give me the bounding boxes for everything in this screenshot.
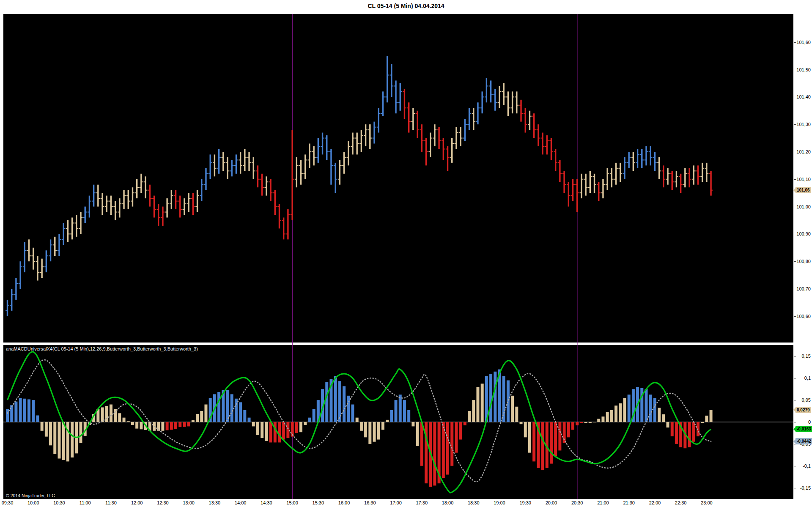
price-axis-label: 101,60 xyxy=(796,40,811,45)
time-axis-label: 13:30 xyxy=(204,500,225,505)
price-axis[interactable]: 101,60101,50101,40101,30101,20101,10101,… xyxy=(794,0,812,500)
badge-arrow-icon xyxy=(793,408,796,412)
time-axis-label: 09:30 xyxy=(0,500,18,505)
time-axis[interactable]: 09:3010:0010:3011:0011:3012:0012:3013:00… xyxy=(0,500,812,507)
time-axis-label: 17:00 xyxy=(386,500,406,505)
time-axis-label: 20:00 xyxy=(541,500,561,505)
price-axis-label: 100,60 xyxy=(796,314,811,319)
axis-tick xyxy=(794,316,796,317)
axis-tick xyxy=(794,422,796,422)
axis-tick xyxy=(794,466,796,466)
macd-panel[interactable]: anaMACDUniversalX4(CL 05-14 (5 Min),12,2… xyxy=(3,345,793,499)
price-axis-label: 101,50 xyxy=(796,67,811,72)
price-axis-label: 100,90 xyxy=(796,231,811,236)
axis-tick xyxy=(794,124,796,125)
chart-title: CL 05-14 (5 Min) 04.04.2014 xyxy=(368,3,444,9)
axis-tick xyxy=(794,97,796,97)
time-axis-label: 10:00 xyxy=(23,500,44,505)
time-axis-label: 13:00 xyxy=(178,500,199,505)
time-axis-label: 19:30 xyxy=(515,500,535,505)
time-axis-label: 23:00 xyxy=(697,500,717,505)
price-axis-label: 101,20 xyxy=(796,149,811,154)
axis-tick xyxy=(794,179,796,180)
axis-tick xyxy=(794,289,796,289)
last-price-badge: 101,06 xyxy=(796,187,811,193)
macd-hist-badge: 0,0279 xyxy=(796,407,811,413)
axis-tick xyxy=(794,152,796,152)
price-panel[interactable] xyxy=(3,14,793,343)
macd-axis-label: 0,05 xyxy=(802,397,811,403)
price-axis-label: 101,10 xyxy=(796,177,811,182)
time-axis-label: 12:00 xyxy=(127,500,147,505)
price-axis-label: 100,80 xyxy=(796,259,811,264)
macd-axis-label: 0,1 xyxy=(804,375,811,381)
macd-signal-badge: -0,0442 xyxy=(796,438,812,444)
axis-tick xyxy=(794,356,796,356)
time-axis-label: 18:00 xyxy=(438,500,458,505)
time-axis-label: 11:30 xyxy=(101,500,121,505)
price-axis-label: 101,00 xyxy=(796,204,811,209)
time-axis-label: 22:30 xyxy=(671,500,691,505)
badge-arrow-icon xyxy=(793,439,796,444)
axis-tick xyxy=(794,488,796,488)
time-axis-label: 16:00 xyxy=(334,500,354,505)
time-axis-label: 10:30 xyxy=(49,500,69,505)
macd-axis-label: -0,1 xyxy=(803,463,811,469)
time-axis-label: 12:30 xyxy=(153,500,173,505)
time-axis-label: 20:30 xyxy=(567,500,587,505)
macd-macd-badge: -0,0163 xyxy=(796,426,812,432)
axis-tick xyxy=(794,261,796,262)
time-axis-label: 16:30 xyxy=(360,500,380,505)
macd-axis-label: 0,15 xyxy=(802,354,811,359)
time-axis-label: 22:00 xyxy=(645,500,665,505)
macd-axis-label: -0,15 xyxy=(800,485,811,491)
axis-tick xyxy=(794,400,796,400)
chart-window: CL 05-14 (5 Min) 04.04.2014 anaMACDUnive… xyxy=(0,0,812,507)
indicator-label: anaMACDUniversalX4(CL 05-14 (5 Min),12,2… xyxy=(6,346,198,351)
time-axis-label: 17:30 xyxy=(411,500,432,505)
time-axis-label: 14:00 xyxy=(230,500,251,505)
time-axis-label: 21:00 xyxy=(593,500,613,505)
time-axis-label: 15:00 xyxy=(282,500,302,505)
time-axis-label: 15:30 xyxy=(308,500,328,505)
badge-arrow-icon xyxy=(793,188,796,192)
time-axis-label: 19:00 xyxy=(489,500,510,505)
price-axis-label: 100,70 xyxy=(796,286,811,291)
title-bar: CL 05-14 (5 Min) 04.04.2014 xyxy=(0,0,812,13)
time-axis-label: 21:30 xyxy=(619,500,639,505)
badge-arrow-icon xyxy=(793,427,796,431)
price-axis-label: 101,40 xyxy=(796,94,811,99)
axis-tick xyxy=(794,42,796,43)
axis-tick xyxy=(794,378,796,378)
axis-tick xyxy=(794,70,796,70)
axis-tick xyxy=(794,234,796,234)
price-axis-label: 101,30 xyxy=(796,122,811,127)
macd-axis-label: 0 xyxy=(808,419,811,425)
axis-tick xyxy=(794,207,796,207)
copyright-text: © 2014 NinjaTrader, LLC xyxy=(6,493,55,498)
time-axis-label: 18:30 xyxy=(464,500,484,505)
time-axis-label: 11:00 xyxy=(75,500,95,505)
time-axis-label: 14:30 xyxy=(256,500,277,505)
